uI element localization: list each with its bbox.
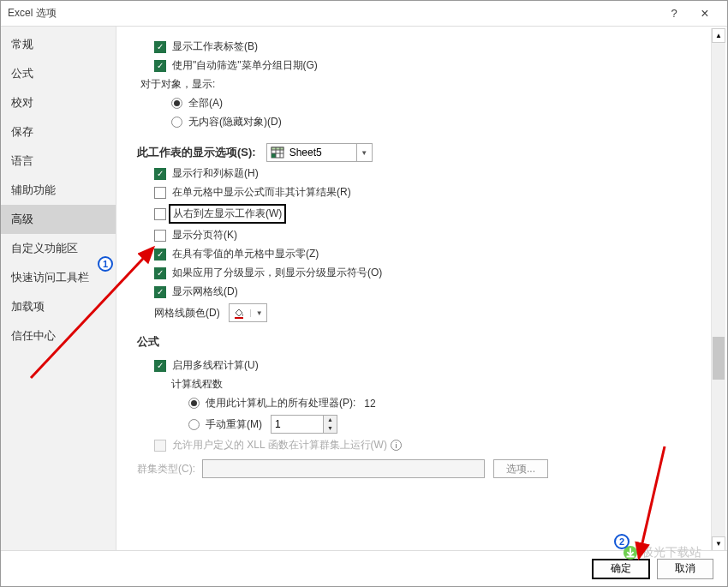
radio-use-all-cpus[interactable] — [188, 398, 200, 409]
sidebar-item-general[interactable]: 常规 — [1, 30, 116, 59]
checkbox-page-breaks[interactable] — [154, 230, 166, 242]
sheet-selector[interactable]: Sheet5 ▼ — [266, 143, 373, 162]
svg-rect-1 — [272, 147, 283, 150]
ok-button[interactable]: 确定 — [592, 559, 650, 579]
radio-objects-none[interactable] — [171, 117, 182, 128]
radio-objects-all[interactable] — [171, 98, 182, 109]
sidebar-item-proofing[interactable]: 校对 — [1, 88, 116, 117]
cluster-type-input — [202, 459, 485, 478]
spinner-up-icon[interactable]: ▲ — [324, 416, 337, 424]
objects-label: 对于对象，显示: — [140, 77, 215, 92]
gridline-color-picker[interactable]: ▼ — [229, 303, 267, 322]
checkbox-rtl[interactable] — [154, 208, 166, 220]
options-content: 显示工作表标签(B) 使用"自动筛选"菜单分组日期(G) 对于对象，显示: 全部… — [116, 27, 727, 552]
label-xll-cluster: 允许用户定义的 XLL 函数在计算群集上运行(W) — [172, 438, 387, 452]
label-page-breaks: 显示分页符(K) — [172, 228, 237, 243]
label-formulas-in-cells: 在单元格中显示公式而非其计算结果(R) — [172, 185, 351, 200]
close-button[interactable]: × — [689, 6, 720, 21]
checkbox-show-tabs[interactable] — [154, 41, 166, 53]
label-objects-all: 全部(A) — [188, 96, 223, 111]
sidebar-item-formulas[interactable]: 公式 — [1, 59, 116, 88]
sidebar-item-advanced[interactable]: 高级 — [1, 205, 116, 234]
checkbox-headers[interactable] — [154, 168, 166, 180]
gridline-color-label: 网格线颜色(D) — [154, 306, 220, 320]
label-manual-threads: 手动重算(M) — [206, 417, 262, 432]
cpu-count: 12 — [364, 398, 375, 410]
sidebar-item-save[interactable]: 保存 — [1, 117, 116, 147]
label-rtl: 从右到左显示工作表(W) — [169, 204, 286, 224]
annotation-badge-1: 1 — [98, 256, 113, 272]
thread-count-input[interactable] — [272, 416, 323, 433]
label-gridlines: 显示网格线(D) — [172, 285, 238, 299]
info-icon[interactable]: i — [391, 440, 402, 451]
scroll-thumb[interactable] — [713, 337, 725, 380]
help-button[interactable]: ? — [659, 7, 689, 20]
checkbox-multithread[interactable] — [154, 360, 166, 372]
label-use-all-cpus: 使用此计算机上的所有处理器(P): — [206, 396, 355, 410]
label-headers: 显示行和列标题(H) — [172, 166, 259, 181]
label-multithread: 启用多线程计算(U) — [172, 358, 259, 373]
svg-rect-6 — [235, 317, 243, 319]
label-show-tabs: 显示工作表标签(B) — [172, 39, 258, 54]
checkbox-autofilter-group[interactable] — [154, 60, 166, 72]
cancel-button[interactable]: 取消 — [657, 559, 713, 579]
chevron-down-icon[interactable]: ▼ — [356, 144, 372, 161]
checkbox-formulas-in-cells[interactable] — [154, 187, 166, 199]
label-objects-none: 无内容(隐藏对象)(D) — [188, 115, 282, 129]
threads-label: 计算线程数 — [171, 377, 223, 392]
sidebar-item-addins[interactable]: 加载项 — [1, 292, 116, 321]
sidebar-item-trust-center[interactable]: 信任中心 — [1, 321, 116, 350]
label-show-zeros: 在具有零值的单元格中显示零(Z) — [172, 247, 319, 261]
sidebar: 常规 公式 校对 保存 语言 辅助功能 高级 自定义功能区 快速访问工具栏 加载… — [1, 27, 116, 552]
cluster-type-label: 群集类型(C): — [137, 462, 195, 476]
spinner-down-icon[interactable]: ▼ — [324, 424, 337, 433]
checkbox-gridlines[interactable] — [154, 286, 166, 298]
sheet-options-title: 此工作表的显示选项(S): — [137, 145, 256, 160]
window-title: Excel 选项 — [8, 6, 659, 21]
scroll-up-icon[interactable]: ▲ — [712, 28, 725, 43]
sidebar-item-accessibility[interactable]: 辅助功能 — [1, 176, 116, 205]
sidebar-item-language[interactable]: 语言 — [1, 147, 116, 176]
scroll-down-icon[interactable]: ▼ — [712, 536, 725, 551]
thread-count-spinner[interactable]: ▲▼ — [271, 415, 337, 434]
sheet-name: Sheet5 — [288, 147, 356, 159]
formulas-title: 公式 — [137, 334, 701, 350]
radio-manual-threads[interactable] — [188, 419, 200, 430]
checkbox-outline[interactable] — [154, 267, 166, 279]
dialog-footer: 确定 取消 — [1, 550, 727, 586]
label-outline: 如果应用了分级显示，则显示分级显示符号(O) — [172, 266, 382, 280]
label-autofilter-group: 使用"自动筛选"菜单分组日期(G) — [172, 58, 318, 73]
sheet-icon — [267, 144, 288, 161]
paint-bucket-icon — [233, 307, 245, 319]
vertical-scrollbar[interactable]: ▲ ▼ — [711, 28, 725, 551]
cluster-options-button: 选项... — [493, 459, 548, 478]
annotation-badge-2: 2 — [614, 534, 630, 549]
titlebar: Excel 选项 ? × — [1, 1, 727, 27]
checkbox-show-zeros[interactable] — [154, 249, 166, 261]
checkbox-xll-cluster — [154, 440, 166, 452]
chevron-down-icon[interactable]: ▼ — [250, 309, 263, 317]
svg-rect-2 — [272, 153, 276, 158]
